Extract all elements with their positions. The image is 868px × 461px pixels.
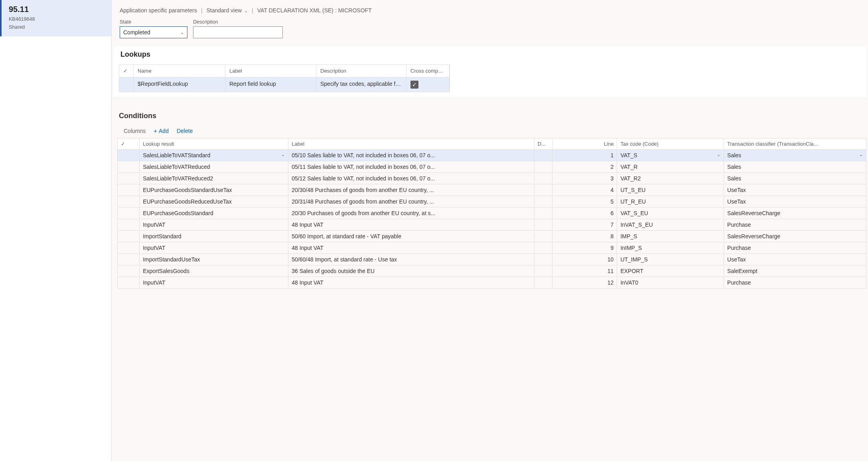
row-select[interactable] <box>118 150 140 161</box>
table-row[interactable]: SalesLiableToVATReduced205/12 Sales liab… <box>118 173 866 184</box>
lookups-row-name[interactable]: $ReportFieldLookup <box>134 77 225 92</box>
version-card[interactable]: 95.11 KB4619648 Shared <box>0 0 111 36</box>
row-select[interactable] <box>118 231 140 242</box>
row-class[interactable]: UseTax <box>724 196 866 208</box>
cond-col-line[interactable]: Line <box>552 138 617 150</box>
row-code[interactable]: EXPORT <box>617 265 724 277</box>
row-select[interactable] <box>118 196 140 208</box>
row-class[interactable]: UseTax <box>724 184 866 196</box>
table-row[interactable]: InputVAT48 Input VAT12InVAT0Purchase <box>118 277 866 289</box>
row-line[interactable]: 6 <box>552 208 617 219</box>
row-line[interactable]: 9 <box>552 242 617 254</box>
table-row[interactable]: SalesLiableToVATReduced05/11 Sales liabl… <box>118 161 866 173</box>
breadcrumb-view[interactable]: Standard view ⌄ <box>206 7 248 14</box>
add-button[interactable]: + Add <box>154 127 169 134</box>
cond-col-result[interactable]: Lookup result <box>140 138 288 150</box>
row-d[interactable] <box>534 173 552 184</box>
row-code[interactable]: InIMP_S <box>617 242 724 254</box>
table-row[interactable]: EUPurchaseGoodsStandard20/30 Purchases o… <box>118 208 866 219</box>
row-class[interactable]: Sales <box>724 173 866 184</box>
row-d[interactable] <box>534 277 552 289</box>
row-code[interactable]: InVAT0 <box>617 277 724 289</box>
row-class[interactable]: UseTax <box>724 254 866 265</box>
row-result[interactable]: ImportStandardUseTax <box>140 254 288 265</box>
row-result[interactable]: SalesLiableToVATReduced2 <box>140 173 288 184</box>
row-class[interactable]: Purchase <box>724 242 866 254</box>
cond-col-d[interactable]: D... <box>534 138 552 150</box>
table-row[interactable]: SalesLiableToVATStandard⌄05/10 Sales lia… <box>118 150 866 161</box>
row-code[interactable]: VAT_S_EU <box>617 208 724 219</box>
row-label[interactable]: 05/12 Sales liable to VAT, not included … <box>288 173 534 184</box>
row-class[interactable]: Purchase <box>724 219 866 231</box>
row-d[interactable] <box>534 161 552 173</box>
cond-col-label[interactable]: Label <box>288 138 534 150</box>
row-line[interactable]: 11 <box>552 265 617 277</box>
lookups-col-cross[interactable]: Cross company <box>406 65 450 77</box>
row-d[interactable] <box>534 231 552 242</box>
lookups-row-label[interactable]: Report field lookup <box>225 77 316 92</box>
lookups-col-select[interactable]: ✓ <box>119 65 134 77</box>
row-label[interactable]: 36 Sales of goods outside the EU <box>288 265 534 277</box>
row-d[interactable] <box>534 254 552 265</box>
row-select[interactable] <box>118 265 140 277</box>
row-line[interactable]: 12 <box>552 277 617 289</box>
row-class[interactable]: Sales⌄ <box>724 150 866 161</box>
row-d[interactable] <box>534 219 552 231</box>
row-select[interactable] <box>118 242 140 254</box>
lookups-row-cross[interactable]: ✓ <box>406 77 450 92</box>
columns-button[interactable]: Columns <box>124 128 146 134</box>
delete-button[interactable]: Delete <box>177 128 193 134</box>
row-line[interactable]: 3 <box>552 173 617 184</box>
cond-col-select[interactable]: ✓ <box>118 138 140 150</box>
row-code[interactable]: VAT_R <box>617 161 724 173</box>
row-d[interactable] <box>534 184 552 196</box>
row-result[interactable]: EUPurchaseGoodsStandard <box>140 208 288 219</box>
row-line[interactable]: 1 <box>552 150 617 161</box>
table-row[interactable]: EUPurchaseGoodsStandardUseTax20/30/48 Pu… <box>118 184 866 196</box>
row-select[interactable] <box>118 184 140 196</box>
row-code[interactable]: UT_R_EU <box>617 196 724 208</box>
lookups-row-select[interactable] <box>119 77 134 92</box>
description-input[interactable] <box>193 26 283 38</box>
cond-col-class[interactable]: Transaction classifier (TransactionCla..… <box>724 138 866 150</box>
row-class[interactable]: SaleExempt <box>724 265 866 277</box>
lookups-row-description[interactable]: Specify tax codes, applicable for... <box>316 77 406 92</box>
row-label[interactable]: 05/10 Sales liable to VAT, not included … <box>288 150 534 161</box>
row-label[interactable]: 20/30/48 Purchases of goods from another… <box>288 184 534 196</box>
row-class[interactable]: SalesReverseCharge <box>724 231 866 242</box>
cond-col-code[interactable]: Tax code (Code) <box>617 138 724 150</box>
row-d[interactable] <box>534 265 552 277</box>
row-label[interactable]: 48 Input VAT <box>288 219 534 231</box>
row-d[interactable] <box>534 242 552 254</box>
table-row[interactable]: ImportStandard50/60 Import, at standard … <box>118 231 866 242</box>
row-result[interactable]: InputVAT <box>140 277 288 289</box>
row-line[interactable]: 8 <box>552 231 617 242</box>
row-select[interactable] <box>118 219 140 231</box>
table-row[interactable]: InputVAT48 Input VAT9InIMP_SPurchase <box>118 242 866 254</box>
row-result[interactable]: ImportStandard <box>140 231 288 242</box>
row-label[interactable]: 50/60/48 Import, at standard rate - Use … <box>288 254 534 265</box>
row-code[interactable]: VAT_R2 <box>617 173 724 184</box>
row-code[interactable]: InVAT_S_EU <box>617 219 724 231</box>
row-result[interactable]: InputVAT <box>140 242 288 254</box>
row-d[interactable] <box>534 208 552 219</box>
row-code[interactable]: IMP_S <box>617 231 724 242</box>
row-result[interactable]: SalesLiableToVATReduced <box>140 161 288 173</box>
row-d[interactable] <box>534 196 552 208</box>
lookups-col-name[interactable]: Name <box>134 65 225 77</box>
lookups-col-description[interactable]: Description <box>316 65 406 77</box>
table-row[interactable]: InputVAT48 Input VAT7InVAT_S_EUPurchase <box>118 219 866 231</box>
row-label[interactable]: 20/30 Purchases of goods from another EU… <box>288 208 534 219</box>
row-result[interactable]: EUPurchaseGoodsReducedUseTax <box>140 196 288 208</box>
state-select[interactable]: Completed ⌄ <box>120 26 187 38</box>
row-code[interactable]: UT_IMP_S <box>617 254 724 265</box>
row-d[interactable] <box>534 150 552 161</box>
row-select[interactable] <box>118 254 140 265</box>
row-result[interactable]: InputVAT <box>140 219 288 231</box>
row-label[interactable]: 48 Input VAT <box>288 277 534 289</box>
row-line[interactable]: 7 <box>552 219 617 231</box>
row-result[interactable]: ExportSalesGoods <box>140 265 288 277</box>
table-row[interactable]: EUPurchaseGoodsReducedUseTax20/31/48 Pur… <box>118 196 866 208</box>
row-select[interactable] <box>118 173 140 184</box>
breadcrumb-app-params[interactable]: Application specific parameters <box>120 7 197 14</box>
